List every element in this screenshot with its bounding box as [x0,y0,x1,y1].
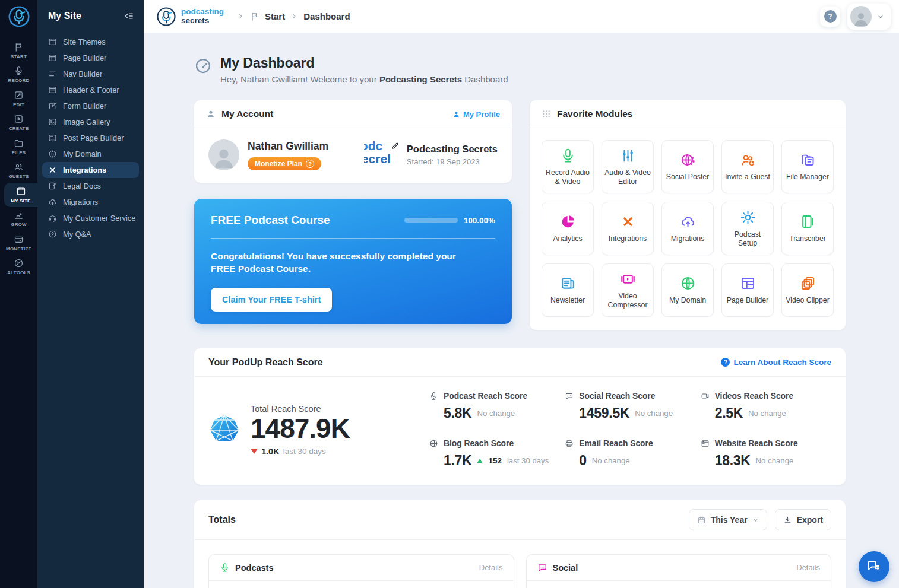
details-link[interactable]: Details [796,563,820,572]
module-tile-social-poster[interactable]: Social Poster [661,140,714,193]
question-icon: ? [824,10,837,23]
dashboard-gauge-icon [194,57,212,75]
sidebar-item-header-footer[interactable]: Header & Footer [42,82,139,98]
date-filter-dropdown[interactable]: This Year [689,509,767,530]
mic-icon [560,148,576,164]
share-globe-icon [680,152,696,168]
course-title: FREE Podcast Course [211,214,330,227]
modules-card-title: Favorite Modules [557,109,632,119]
sidebar-item-legal-docs[interactable]: Legal Docs [42,178,139,194]
module-tile-analytics[interactable]: Analytics [542,202,594,255]
chat-widget-button[interactable] [859,551,889,582]
file-manager-icon [800,152,816,168]
details-link[interactable]: Details [479,563,503,572]
rail-item-create[interactable]: CREATE [0,111,37,135]
rail-item-guests[interactable]: GUESTS [0,159,37,183]
user-avatar [208,139,239,170]
module-tile-file-manager[interactable]: File Manager [781,140,834,193]
claim-tshirt-button[interactable]: Claim Your FREE T-shirt [211,288,332,312]
module-tile-video-clipper[interactable]: Video Clipper [781,263,834,317]
globe-icon [680,275,696,291]
rail-item-ai-tools[interactable]: AI TOOLS [0,255,37,279]
globe-icon [429,439,438,448]
breadcrumb-start[interactable]: Start [265,11,285,21]
sidebar: My Site Site Themes Page Builder Nav Bui… [37,0,144,588]
reach-metric-blog-reach-score: Blog Reach Score 1.7K 152 last 30 days [429,439,560,469]
chevron-right-icon [290,12,298,20]
rail-item-edit[interactable]: EDIT [0,87,37,111]
site-logo-thumbnail[interactable]: odc ecrel [364,140,400,170]
sidebar-item-my-q-a[interactable]: My Q&A [42,226,139,242]
app-logo[interactable] [5,3,33,30]
chevron-right-icon [237,12,245,20]
export-button[interactable]: Export [775,509,831,530]
globe-icon [48,150,57,158]
main-content: My Dashboard Hey, Nathan Gwilliam! Welco… [144,33,899,588]
compressor-icon [620,271,636,287]
site-name: Podcasting Secrets [407,144,498,155]
brand-logo[interactable]: podcasting secrets [156,6,224,27]
wallet-icon [14,234,24,244]
rail-item-files[interactable]: FILES [0,135,37,159]
puzzle-icon [620,214,636,230]
sidebar-item-form-builder[interactable]: Form Builder [42,98,139,114]
invite-icon [740,152,756,168]
rail-item-my-site[interactable]: MY SITE [4,183,37,207]
sidebar-item-post-page-builder[interactable]: Post Page Builder [42,130,139,146]
chat-bubbles-icon [866,559,882,574]
grid-icon [542,109,551,119]
module-tile-record-audio-video[interactable]: Record Audio & Video [542,140,594,193]
down-arrow-icon [251,449,258,454]
sidebar-item-page-builder[interactable]: Page Builder [42,50,139,66]
module-tile-migrations[interactable]: Migrations [661,202,714,255]
module-tile-transcriber[interactable]: Transcriber [781,202,834,255]
reach-score-card: Your PodUp Reach Score ? Learn About Rea… [194,348,846,485]
module-tile-audio-video-editor[interactable]: Audio & Video Editor [602,140,654,193]
breadcrumb-dashboard[interactable]: Dashboard [303,11,350,21]
sidebar-item-migrations[interactable]: Migrations [42,194,139,210]
breadcrumb: Start Dashboard [237,11,350,21]
sidebar-item-nav-builder[interactable]: Nav Builder [42,66,139,82]
sidebar-nav: Site Themes Page Builder Nav Builder Hea… [37,29,144,242]
collapse-sidebar-icon[interactable] [122,10,134,22]
module-tile-invite-a-guest[interactable]: Invite a Guest [721,140,774,193]
module-tile-integrations[interactable]: Integrations [602,202,654,255]
email-icon [565,439,574,448]
module-tile-video-compressor[interactable]: Video Compressor [602,263,654,317]
learn-reach-score-link[interactable]: ? Learn About Reach Score [721,358,831,367]
question-icon: ? [721,358,730,367]
transcriber-icon [800,214,816,230]
totals-body: Podcasts Details Social Details [194,540,846,588]
mic-icon [220,562,230,573]
sidebar-item-my-domain[interactable]: My Domain [42,146,139,162]
brand-mic-icon [156,6,177,27]
module-tile-my-domain[interactable]: My Domain [661,263,714,317]
sidebar-item-image-gallery[interactable]: Image Gallery [42,114,139,130]
page-title: My Dashboard [220,55,508,71]
my-profile-link[interactable]: My Profile [452,110,500,119]
module-tile-newsletter[interactable]: Newsletter [542,263,594,317]
rail-item-grow[interactable]: GROW [0,207,37,231]
chat-icon [537,562,547,573]
site-started: Started: 19 Sep 2023 [407,157,498,166]
topbar: podcasting secrets Start Dashboard ? [144,0,899,33]
module-tile-podcast-setup[interactable]: Podcast Setup [721,202,774,255]
plan-badge[interactable]: Monetize Plan ? [248,157,321,170]
sidebar-item-integrations[interactable]: Integrations [42,162,139,178]
rail-item-start[interactable]: START [0,39,37,63]
rail-item-monetize[interactable]: MONETIZE [0,231,37,255]
user-menu-button[interactable] [847,4,891,30]
favorite-modules-card: Favorite Modules Record Audio & Video Au… [530,100,846,330]
edit-pencil-icon[interactable] [391,141,400,150]
help-button[interactable]: ? [820,7,840,27]
edit-icon [14,90,24,100]
sidebar-item-my-customer-service[interactable]: My Customer Service [42,210,139,226]
chevron-down-icon [752,517,759,523]
module-tile-page-builder[interactable]: Page Builder [721,263,774,317]
calendar-icon [697,516,706,525]
reach-metric-videos-reach-score: Videos Reach Score 2.5K No change [701,392,831,421]
divider [211,238,495,239]
sidebar-item-site-themes[interactable]: Site Themes [42,34,139,50]
folder-icon [14,138,24,148]
rail-item-record[interactable]: RECORD [0,63,37,87]
